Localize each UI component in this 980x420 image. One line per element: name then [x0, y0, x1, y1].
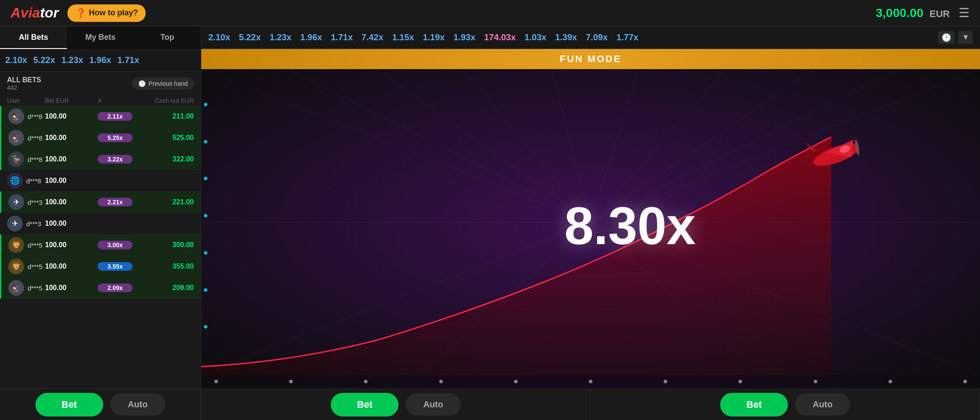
- gmult-9[interactable]: 174.03x: [484, 32, 516, 42]
- username: d***5: [28, 242, 42, 249]
- hamburger-menu[interactable]: ☰: [959, 6, 970, 20]
- gmult-12[interactable]: 7.09x: [586, 32, 608, 42]
- dot: [738, 380, 742, 383]
- gmult-3[interactable]: 1.96x: [300, 32, 322, 42]
- username: d***5: [28, 284, 42, 292]
- tab-my-bets[interactable]: My Bets: [67, 26, 134, 49]
- question-icon: ❓: [75, 8, 86, 18]
- gmult-7[interactable]: 1.19x: [423, 32, 444, 42]
- username: d***3: [26, 220, 41, 228]
- prev-hand-button[interactable]: 🕐 Previous hand: [132, 77, 194, 90]
- table-row: ✈ d***3 100.00: [0, 213, 201, 234]
- gmult-4[interactable]: 1.71x: [331, 32, 353, 42]
- bet-amount: 100.00: [45, 134, 98, 142]
- table-row: 🦁 d***5 100.00 3.00x 300.00: [0, 234, 201, 256]
- user-cell: 🦅 d***8: [8, 108, 45, 124]
- bet-button-right-2[interactable]: Bet: [720, 393, 788, 416]
- user-cell: 🦅 d***5: [8, 280, 45, 296]
- mult-item-3[interactable]: 1.96x: [89, 55, 111, 65]
- username: d***8: [28, 113, 42, 120]
- plane-svg: [801, 126, 871, 179]
- dot: [814, 380, 817, 383]
- dot: [514, 380, 518, 383]
- multiplier-badge: 2.21x: [98, 198, 133, 206]
- dot: [889, 380, 892, 383]
- gmult-0[interactable]: 2.10x: [208, 32, 230, 42]
- svg-line-1: [201, 69, 591, 222]
- bet-section-right-1: Bet Auto: [201, 389, 591, 420]
- bet-button-right-1[interactable]: Bet: [331, 393, 399, 416]
- username: d***5: [28, 263, 42, 270]
- gmult-8[interactable]: 1.93x: [454, 32, 476, 42]
- svg-line-13: [201, 222, 591, 375]
- bets-count: 442: [7, 84, 41, 91]
- bet-controls-right: Bet Auto Bet Auto: [201, 388, 980, 420]
- left-panel: All Bets My Bets Top 2.10x 5.22x 1.23x 1…: [0, 26, 201, 420]
- mult-item-0[interactable]: 2.10x: [5, 55, 27, 65]
- gmult-2[interactable]: 1.23x: [270, 32, 291, 42]
- plane-container: [801, 126, 871, 179]
- avatar: 🦅: [8, 280, 24, 296]
- balance-display: 3,000.00 EUR: [876, 6, 950, 20]
- gmult-6[interactable]: 1.15x: [392, 32, 414, 42]
- auto-button-1[interactable]: Auto: [110, 393, 165, 416]
- dot: [204, 140, 207, 144]
- table-row: 🦆 d***8 100.00 3.22x 322.00: [0, 149, 201, 170]
- table-row: 🦅 d***8 100.00 2.11x 211.00: [0, 106, 201, 127]
- avatar: ✈: [7, 216, 23, 231]
- bet-section-1: Bet Auto: [0, 389, 201, 420]
- table-row: 🦁 d***5 100.00 3.55x 355.00: [0, 256, 201, 277]
- expand-button[interactable]: ▼: [958, 31, 973, 44]
- user-cell: 🦆 d***8: [8, 151, 45, 167]
- auto-button-right-2[interactable]: Auto: [795, 393, 850, 416]
- username: d***8: [28, 156, 42, 163]
- avatar: 🦁: [8, 259, 24, 274]
- dot: [214, 380, 218, 383]
- bet-amount: 100.00: [45, 198, 98, 206]
- bet-button-1[interactable]: Bet: [35, 393, 103, 416]
- mult-item-4[interactable]: 1.71x: [117, 55, 139, 65]
- svg-marker-19: [805, 142, 816, 152]
- auto-button-right-1[interactable]: Auto: [406, 393, 461, 416]
- cashout-amount: 211.00: [133, 112, 194, 120]
- tab-top[interactable]: Top: [134, 26, 201, 49]
- history-icon: 🕐: [138, 80, 146, 87]
- user-cell: 🦅 d***8: [8, 130, 45, 146]
- how-to-play-button[interactable]: ❓ How to play?: [67, 4, 146, 22]
- dot: [963, 380, 967, 383]
- bet-amount: 100.00: [45, 112, 98, 120]
- cashout-amount: 209.00: [133, 284, 194, 292]
- gmult-5[interactable]: 7.42x: [361, 32, 383, 42]
- multiplier-badge: 3.22x: [98, 155, 133, 164]
- table-row: 🦅 d***5 100.00 2.09x 209.00: [0, 277, 201, 299]
- multiplier-badge: 2.09x: [98, 284, 133, 292]
- gmult-1[interactable]: 5.22x: [239, 32, 261, 42]
- mult-item-1[interactable]: 5.22x: [33, 55, 55, 65]
- dot: [204, 288, 207, 292]
- mult-item-2[interactable]: 1.23x: [61, 55, 83, 65]
- svg-line-2: [289, 69, 591, 222]
- gmult-10[interactable]: 1.03x: [525, 32, 546, 42]
- avatar: ✈: [8, 194, 24, 210]
- tab-all-bets[interactable]: All Bets: [0, 26, 67, 49]
- cashout-amount: 322.00: [133, 155, 194, 163]
- user-cell: 🦁 d***5: [8, 259, 45, 274]
- user-cell: 🦁 d***5: [8, 237, 45, 253]
- bet-amount: 100.00: [45, 241, 98, 249]
- bet-amount: 100.00: [45, 220, 98, 228]
- bet-amount: 100.00: [45, 177, 98, 185]
- gmult-11[interactable]: 1.39x: [555, 32, 577, 42]
- svg-point-17: [811, 140, 861, 171]
- bet-controls-left: Bet Auto: [0, 388, 201, 420]
- top-bar: Aviator ❓ How to play? 3,000.00 EUR ☰: [0, 0, 980, 26]
- cashout-amount: 355.00: [133, 262, 194, 270]
- username: d***8: [26, 177, 41, 185]
- gmult-13[interactable]: 1.77x: [616, 32, 638, 42]
- history-toggle-button[interactable]: 🕐: [938, 31, 955, 44]
- username: d***8: [28, 134, 42, 142]
- bet-amount: 100.00: [45, 284, 98, 292]
- avatar: 🌐: [7, 173, 23, 189]
- multiplier-display: 8.30x: [564, 196, 696, 256]
- dot: [664, 380, 667, 383]
- bets-title: ALL BETS: [7, 76, 41, 84]
